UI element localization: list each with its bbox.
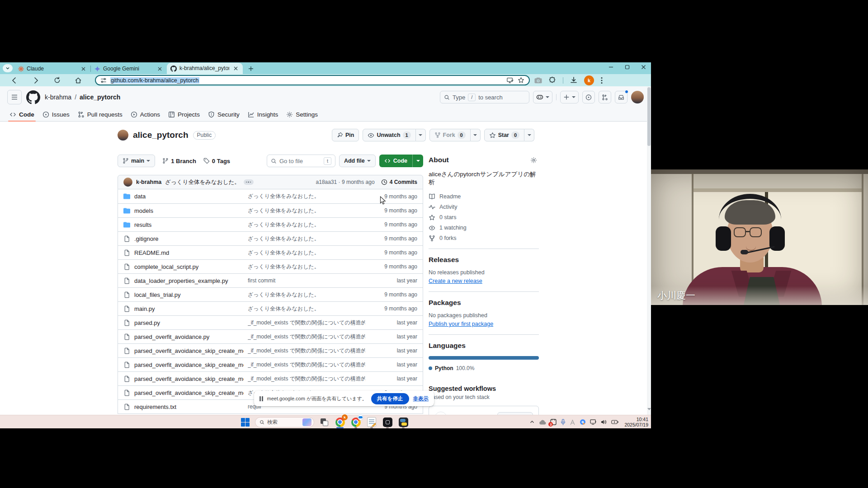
home-button[interactable] bbox=[74, 76, 83, 85]
add-file-button[interactable]: Add file bbox=[339, 155, 376, 167]
taskbar-notepad[interactable] bbox=[366, 416, 377, 428]
file-row[interactable]: main.py ざっくり全体をみなおした。 9 months ago bbox=[118, 301, 423, 315]
star-button[interactable]: Star 0 bbox=[484, 129, 524, 141]
reload-button[interactable] bbox=[52, 76, 61, 85]
breadcrumb-owner[interactable]: k-brahma bbox=[45, 94, 71, 101]
create-release-link[interactable]: Create a new release bbox=[429, 278, 482, 284]
file-row[interactable]: models ざっくり全体をみなおした。 9 months ago bbox=[118, 203, 423, 217]
camera-icon[interactable] bbox=[534, 77, 542, 84]
breadcrumb-repo[interactable]: alice_pytorch bbox=[80, 94, 120, 101]
tab-close-icon[interactable] bbox=[232, 65, 239, 72]
bookmark-star-icon[interactable] bbox=[518, 77, 524, 84]
battery-icon[interactable] bbox=[611, 420, 618, 424]
tags-link[interactable]: 0 Tags bbox=[203, 158, 230, 164]
create-new-button[interactable] bbox=[560, 91, 579, 103]
file-commit-message[interactable]: _if_model_exists で関数の関係についての構造的な修正を行... bbox=[248, 347, 365, 355]
file-commit-message[interactable]: ざっくり全体をみなおした。 bbox=[248, 192, 365, 200]
file-name[interactable]: complete_local_script.py bbox=[134, 263, 244, 270]
file-row[interactable]: data_loader_properties_example.py first … bbox=[118, 273, 423, 287]
pull-requests-header-button[interactable] bbox=[599, 91, 611, 103]
file-name[interactable]: .gitignore bbox=[134, 235, 244, 242]
maximize-button[interactable] bbox=[624, 64, 630, 70]
scrollbar-thumb[interactable] bbox=[647, 87, 651, 146]
tray-chevron-up-icon[interactable] bbox=[529, 419, 535, 425]
commit-author-avatar[interactable] bbox=[123, 178, 132, 187]
file-name[interactable]: data bbox=[134, 193, 244, 200]
file-commit-message[interactable]: ざっくり全体をみなおした。 bbox=[248, 291, 365, 299]
file-name[interactable]: parsed_overfit_avoidance.py bbox=[134, 333, 244, 340]
tab-issues[interactable]: Issues bbox=[38, 108, 74, 121]
file-commit-message[interactable]: ざっくり全体をみなおした。 bbox=[248, 221, 365, 229]
commit-ellipsis-button[interactable] bbox=[244, 179, 254, 185]
file-name[interactable]: parsed_overfit_avoidance_skip_create_mod… bbox=[134, 347, 244, 354]
microphone-icon[interactable] bbox=[561, 419, 566, 425]
commit-message[interactable]: ざっくり全体をみなおした。 bbox=[165, 178, 240, 186]
file-commit-message[interactable]: _if_model_exists で関数の関係についての構造的な修正を行... bbox=[248, 375, 365, 383]
watching-link[interactable]: 1 watching bbox=[429, 224, 539, 231]
forward-button[interactable] bbox=[31, 76, 40, 85]
file-commit-message[interactable]: _if_model_exists で関数の関係についての構造的な修正を行... bbox=[248, 319, 365, 327]
file-row[interactable]: parsed_overfit_avoidance.py _if_model_ex… bbox=[118, 329, 423, 343]
browser-tab-github[interactable]: k-brahma/alice_pytorch: aliceさ bbox=[167, 63, 243, 74]
download-icon[interactable] bbox=[570, 77, 577, 84]
watch-dropdown[interactable] bbox=[416, 129, 426, 141]
copilot-button[interactable] bbox=[533, 91, 552, 103]
file-row[interactable]: complete_local_script.py ざっくり全体をみなおした。 9… bbox=[118, 259, 423, 273]
send-to-device-icon[interactable] bbox=[507, 77, 514, 84]
language-bar[interactable] bbox=[429, 356, 539, 360]
tab-close-icon[interactable] bbox=[156, 65, 163, 72]
page-title[interactable]: alice_pytorch bbox=[133, 130, 189, 140]
star-dropdown[interactable] bbox=[524, 129, 534, 141]
browser-menu-icon[interactable] bbox=[601, 77, 603, 84]
branches-link[interactable]: 1 Branch bbox=[162, 158, 196, 164]
file-row[interactable]: README.md ざっくり全体をみなおした。 9 months ago bbox=[118, 245, 423, 259]
address-bar[interactable]: github.com/k-brahma/alice_pytorch bbox=[95, 75, 530, 85]
unwatch-button[interactable]: Unwatch 1 bbox=[363, 129, 415, 141]
github-logo[interactable] bbox=[26, 90, 40, 104]
minimize-button[interactable] bbox=[608, 64, 614, 70]
taskbar-chrome-active[interactable]: k bbox=[334, 416, 346, 428]
taskbar-clock[interactable]: 10:41 2025/07/19 bbox=[624, 417, 648, 427]
file-name[interactable]: data_loader_properties_example.py bbox=[134, 277, 244, 284]
taskbar-pycharm[interactable] bbox=[397, 416, 409, 428]
file-commit-message[interactable]: _if_model_exists で関数の関係についての構造的な修正を行... bbox=[248, 361, 365, 369]
file-row[interactable]: parsed_overfit_avoidance_skip_create_mod… bbox=[118, 371, 423, 385]
about-settings-gear[interactable] bbox=[530, 157, 537, 164]
scrollbar-down-arrow[interactable] bbox=[647, 406, 651, 412]
volume-icon[interactable] bbox=[601, 419, 607, 425]
tab-settings[interactable]: Settings bbox=[282, 108, 322, 121]
issues-header-button[interactable] bbox=[582, 91, 595, 103]
hide-banner-link[interactable]: 非表示 bbox=[413, 395, 429, 402]
language-name[interactable]: Python bbox=[435, 365, 453, 371]
file-row[interactable]: parsed_overfit_avoidance_skip_create_mod… bbox=[118, 357, 423, 371]
hamburger-menu-button[interactable] bbox=[7, 90, 22, 104]
commit-hash-time[interactable]: a18aa31 · 9 months ago bbox=[316, 179, 375, 185]
copilot-tray-icon[interactable] bbox=[580, 419, 586, 425]
file-row[interactable]: parsed.py _if_model_exists で関数の関係についての構造… bbox=[118, 315, 423, 329]
publish-package-link[interactable]: Publish your first package bbox=[429, 321, 493, 327]
fork-button[interactable]: Fork 0 bbox=[429, 129, 471, 141]
file-commit-message[interactable]: ざっくり全体をみなおした。 bbox=[248, 235, 365, 243]
file-row[interactable]: data ざっくり全体をみなおした。 9 months ago bbox=[118, 189, 423, 203]
browser-profile-avatar[interactable]: k bbox=[584, 75, 594, 85]
readme-link[interactable]: Readme bbox=[429, 193, 539, 200]
start-button[interactable] bbox=[239, 416, 251, 428]
file-commit-message[interactable]: ざっくり全体をみなおした。 bbox=[248, 263, 365, 271]
github-search-input[interactable]: Type / to search bbox=[440, 91, 529, 103]
taskbar-dark-app[interactable] bbox=[382, 416, 393, 428]
tab-projects[interactable]: Projects bbox=[164, 108, 204, 121]
tab-pull-requests[interactable]: Pull requests bbox=[74, 108, 127, 121]
file-name[interactable]: requirements.txt bbox=[134, 404, 244, 410]
browser-tab-gemini[interactable]: Google Gemini bbox=[91, 63, 167, 74]
accessibility-icon[interactable] bbox=[570, 419, 576, 425]
commit-author[interactable]: k-brahma bbox=[136, 179, 161, 185]
file-commit-message[interactable]: _if_model_exists で関数の関係についての構造的な修正を行... bbox=[248, 333, 365, 341]
file-row[interactable]: .gitignore ざっくり全体をみなおした。 9 months ago bbox=[118, 231, 423, 245]
file-name[interactable]: main.py bbox=[134, 305, 244, 312]
file-name[interactable]: parsed_overfit_avoidance_skip_create_mod… bbox=[134, 375, 244, 382]
url-text[interactable]: github.com/k-brahma/alice_pytorch bbox=[110, 77, 199, 84]
stop-sharing-button[interactable]: 共有を停止 bbox=[371, 393, 409, 404]
stars-link[interactable]: 0 stars bbox=[429, 214, 539, 221]
file-name[interactable]: local_files_trial.py bbox=[134, 291, 244, 298]
releases-title[interactable]: Releases bbox=[429, 256, 539, 264]
